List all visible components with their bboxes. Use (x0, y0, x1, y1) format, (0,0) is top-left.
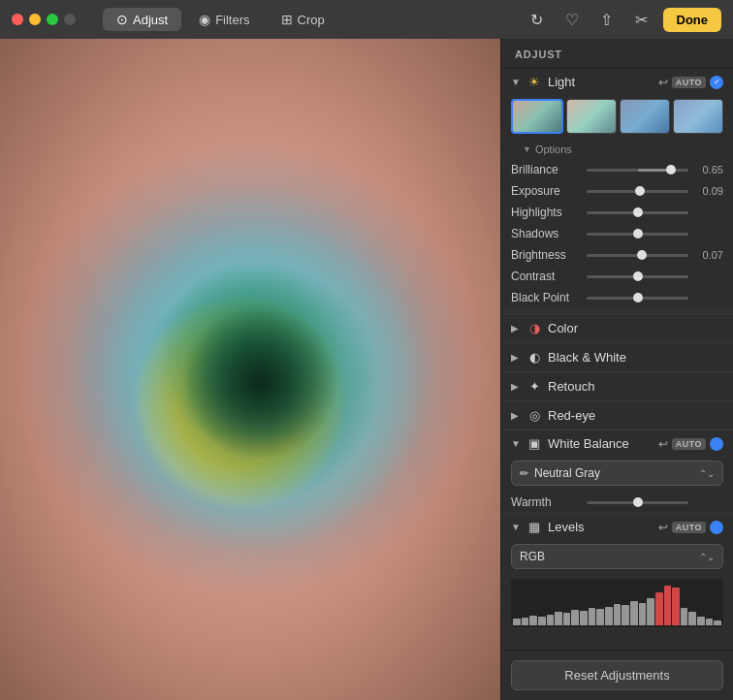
tab-crop[interactable]: ⊞ Crop (268, 8, 338, 31)
brilliance-slider[interactable] (587, 169, 688, 172)
brightness-slider[interactable] (587, 254, 688, 257)
light-undo-button[interactable]: ↩ (658, 76, 668, 89)
bw-title: Black & White (548, 350, 723, 365)
hist-bar (697, 617, 705, 625)
wb-undo-button[interactable]: ↩ (658, 437, 668, 451)
wb-dropdown[interactable]: ✏ Neutral Gray ⌃⌄ (511, 461, 723, 486)
levels-title: Levels (548, 520, 653, 534)
warmth-slider[interactable] (587, 501, 688, 504)
light-chevron-icon: ▼ (511, 77, 521, 87)
wb-active-dot (710, 437, 723, 451)
white-balance-section: ▼ ▣ White Balance ↩ AUTO ✏ Neutral Gray (501, 430, 733, 513)
preset-thumb-2[interactable] (566, 99, 617, 134)
brightness-label: Brightness (511, 248, 581, 262)
contrast-row: Contrast (501, 266, 733, 287)
main-content: ADJUST ▼ ☀ Light ↩ AUTO (0, 39, 733, 700)
hist-bar (538, 617, 546, 625)
hist-bar (681, 608, 688, 625)
preset-thumb-3[interactable] (620, 99, 670, 134)
levels-dropdown[interactable]: RGB ⌃⌄ (511, 544, 723, 569)
contrast-label: Contrast (511, 270, 581, 283)
favorite-button[interactable]: ♡ (558, 6, 586, 33)
wb-section-header[interactable]: ▼ ▣ White Balance ↩ AUTO (501, 430, 733, 457)
highlights-slider[interactable] (587, 211, 688, 214)
brightness-value: 0.07 (694, 249, 723, 261)
panel-scroll[interactable]: ▼ ☀ Light ↩ AUTO (501, 69, 733, 650)
highlights-row: Highlights (501, 202, 733, 223)
options-label[interactable]: ▼ Options (501, 142, 733, 159)
traffic-lights (12, 14, 76, 25)
shadows-row: Shadows (501, 223, 733, 244)
hist-bar-red (655, 592, 663, 626)
color-section-header[interactable]: ▶ ◑ Color (501, 313, 733, 342)
warmth-row: Warmth (501, 492, 733, 513)
redeye-section-header[interactable]: ▶ ◎ Red-eye (501, 400, 733, 430)
hist-bar (630, 601, 638, 625)
black-point-label: Black Point (511, 291, 581, 304)
share-button[interactable]: ↻ (524, 6, 551, 33)
tab-adjust-label: Adjust (133, 13, 168, 27)
tab-filters[interactable]: ◉ Filters (185, 8, 263, 31)
hist-bar (621, 605, 629, 625)
black-point-slider[interactable] (587, 297, 688, 300)
hist-bar-red2 (664, 586, 672, 625)
retouch-icon: ✦ (526, 379, 542, 394)
image-panel (0, 39, 500, 700)
levels-dropdown-value: RGB (520, 550, 545, 563)
bw-section-header[interactable]: ▶ ◐ Black & White (501, 342, 733, 371)
levels-active-dot (710, 521, 723, 534)
tools-button[interactable]: ✂ (628, 6, 655, 33)
tab-adjust[interactable]: ⊙ Adjust (103, 8, 181, 31)
brilliance-label: Brilliance (511, 163, 581, 176)
light-check-icon[interactable] (710, 76, 723, 89)
bw-chevron-icon: ▶ (511, 352, 521, 363)
wb-actions: ↩ AUTO (658, 437, 723, 451)
tab-filters-label: Filters (215, 13, 249, 27)
shadows-slider[interactable] (587, 233, 688, 236)
levels-dropdown-arrow-icon: ⌃⌄ (699, 552, 715, 562)
levels-section-header[interactable]: ▼ ▦ Levels ↩ AUTO (501, 514, 733, 540)
levels-undo-button[interactable]: ↩ (658, 521, 668, 534)
light-section-header[interactable]: ▼ ☀ Light ↩ AUTO (501, 69, 733, 95)
wb-auto-badge[interactable]: AUTO (672, 438, 706, 450)
light-auto-badge[interactable]: AUTO (672, 77, 706, 88)
contrast-slider[interactable] (587, 275, 688, 278)
filters-icon: ◉ (199, 12, 210, 27)
retouch-section-header[interactable]: ▶ ✦ Retouch (501, 371, 733, 400)
brightness-row: Brightness 0.07 (501, 244, 733, 266)
preset-thumb-1[interactable] (511, 99, 563, 134)
hist-bar (614, 604, 621, 625)
done-button[interactable]: Done (663, 8, 722, 32)
fullscreen-button[interactable] (47, 14, 58, 25)
shadows-label: Shadows (511, 227, 581, 240)
levels-section: ▼ ▦ Levels ↩ AUTO RGB ⌃⌄ (501, 513, 733, 627)
extra-button (64, 14, 76, 25)
hist-bar (571, 610, 579, 625)
reset-bar: Reset Adjustments (501, 650, 733, 700)
redeye-chevron-icon: ▶ (511, 410, 521, 421)
exposure-slider[interactable] (587, 190, 688, 193)
reset-adjustments-button[interactable]: Reset Adjustments (511, 660, 723, 690)
minimize-button[interactable] (29, 14, 41, 25)
exposure-label: Exposure (511, 184, 581, 198)
hist-bar (547, 615, 555, 626)
levels-auto-badge[interactable]: AUTO (672, 522, 706, 533)
exposure-row: Exposure 0.09 (501, 180, 733, 202)
preset-thumb-4[interactable] (673, 99, 723, 134)
close-button[interactable] (12, 14, 23, 25)
export-button[interactable]: ⇧ (593, 6, 621, 33)
exposure-value: 0.09 (694, 185, 723, 197)
wb-pencil-icon: ✏ (520, 467, 528, 480)
options-chevron-icon: ▼ (523, 144, 531, 154)
levels-dropdown-row: RGB ⌃⌄ (501, 540, 733, 575)
hist-bar-red3 (672, 588, 680, 625)
hist-bar (529, 616, 537, 625)
toolbar-tabs: ⊙ Adjust ◉ Filters ⊞ Crop (103, 8, 338, 31)
hist-bar (580, 611, 588, 625)
wb-title: White Balance (548, 436, 653, 451)
retouch-title: Retouch (548, 379, 723, 394)
warmth-label: Warmth (511, 495, 581, 509)
tab-crop-label: Crop (298, 13, 325, 27)
brilliance-value: 0.65 (694, 164, 723, 175)
levels-actions: ↩ AUTO (658, 521, 723, 534)
